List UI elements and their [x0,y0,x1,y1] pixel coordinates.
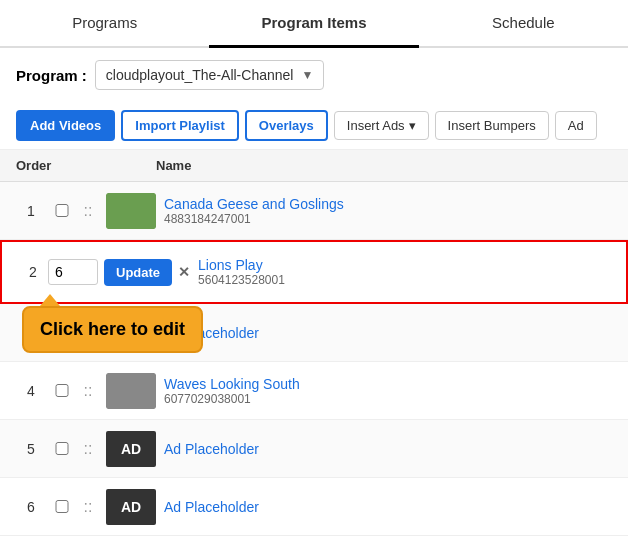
row-info: Ad Placeholder [164,441,612,457]
row-info: Canada Geese and Goslings 4883184247001 [164,196,612,226]
tab-schedule[interactable]: Schedule [419,0,628,46]
col-name-header: Name [76,158,612,173]
tooltip-text: Click here to edit [40,319,185,339]
insert-ads-button[interactable]: Insert Ads ▾ [334,111,429,140]
row-thumbnail [106,193,156,229]
program-value: cloudplayout_The-All-Channel [106,67,294,83]
table-row: 1 :: Canada Geese and Goslings 488318424… [0,182,628,240]
program-label: Program : [16,67,87,84]
tab-bar: Programs Program Items Schedule [0,0,628,48]
program-row: Program : cloudplayout_The-All-Channel ▼ [0,48,628,102]
row-checkbox[interactable] [52,204,72,217]
row-checkbox[interactable] [52,442,72,455]
row-subtitle: 5604123528001 [198,273,610,287]
overlays-button[interactable]: Overlays [245,110,328,141]
row-order: 6 [16,499,46,515]
row-thumbnail: AD [106,431,156,467]
action-bar: Add Videos Import Playlist Overlays Inse… [0,102,628,150]
drag-handle-icon[interactable]: :: [78,498,98,516]
row-title: Ad Placeholder [164,441,612,457]
chevron-down-icon: ▼ [301,68,313,82]
insert-bumpers-button[interactable]: Insert Bumpers [435,111,549,140]
tab-program-items[interactable]: Program Items [209,0,418,48]
col-order-header: Order [16,158,76,173]
insert-ads-label: Insert Ads [347,118,405,133]
program-select[interactable]: cloudplayout_The-All-Channel ▼ [95,60,324,90]
row-title: Waves Looking South [164,376,612,392]
ad-button[interactable]: Ad [555,111,597,140]
ad-thumbnail: AD [106,489,156,525]
row-info: Lions Play 5604123528001 [198,257,610,287]
edit-box: Update ✕ [48,255,190,290]
row-title: Ad Placeholder [164,325,612,341]
row-subtitle: 6077029038001 [164,392,612,406]
table-header: Order Name [0,150,628,182]
row-title: Canada Geese and Goslings [164,196,612,212]
row-thumbnail: AD [106,489,156,525]
row-info: Ad Placeholder [164,325,612,341]
row-title: Lions Play [198,257,610,273]
row-order: 2 [18,264,48,280]
table-row: 6 :: AD Ad Placeholder [0,478,628,536]
tooltip-arrow [40,294,60,306]
order-edit-input[interactable] [48,259,98,285]
row-order: 1 [16,203,46,219]
row-title: Ad Placeholder [164,499,612,515]
dropdown-icon: ▾ [409,118,416,133]
row-order: 4 [16,383,46,399]
import-playlist-button[interactable]: Import Playlist [121,110,239,141]
tooltip: Click here to edit [22,294,203,353]
tab-programs[interactable]: Programs [0,0,209,46]
video-thumbnail [106,193,156,229]
row-order: 5 [16,441,46,457]
table-row-edit: 2 Update ✕ Lions Play 5604123528001 Clic… [0,240,628,304]
tooltip-box: Click here to edit [22,306,203,353]
close-edit-button[interactable]: ✕ [178,264,190,280]
drag-handle-icon[interactable]: :: [78,382,98,400]
video-thumbnail [106,373,156,409]
drag-handle-icon[interactable]: :: [78,440,98,458]
row-subtitle: 4883184247001 [164,212,612,226]
update-button[interactable]: Update [104,259,172,286]
row-checkbox[interactable] [52,384,72,397]
add-videos-button[interactable]: Add Videos [16,110,115,141]
row-checkbox[interactable] [52,500,72,513]
row-info: Waves Looking South 6077029038001 [164,376,612,406]
drag-handle-icon[interactable]: :: [78,202,98,220]
ad-thumbnail: AD [106,431,156,467]
table-row: 4 :: Waves Looking South 6077029038001 [0,362,628,420]
table-row: 5 :: AD Ad Placeholder [0,420,628,478]
row-info: Ad Placeholder [164,499,612,515]
row-thumbnail [106,373,156,409]
